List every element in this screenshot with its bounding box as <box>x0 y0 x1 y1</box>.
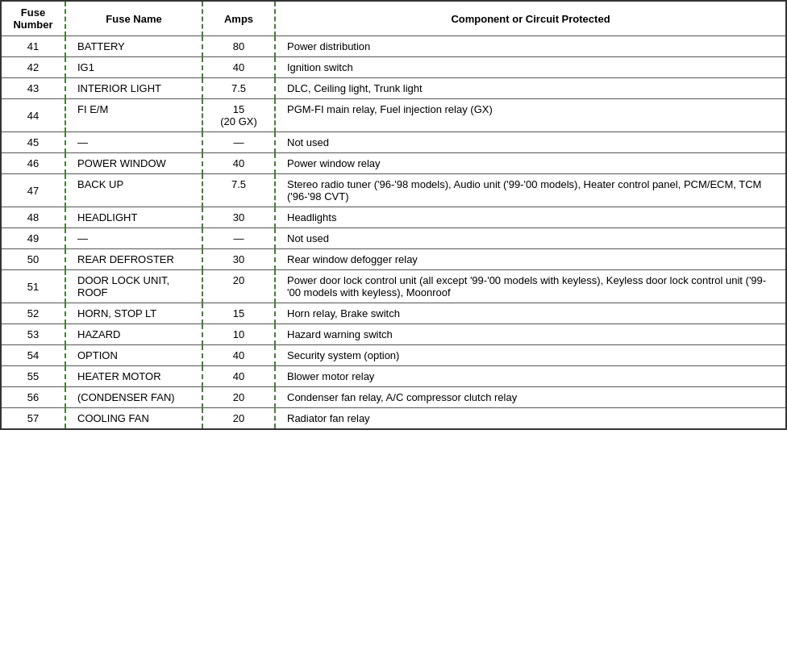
fuse-number-cell: 53 <box>1 324 65 345</box>
fuse-number-cell: 54 <box>1 345 65 366</box>
component-cell: Not used <box>275 132 786 153</box>
table-row: 54OPTION40Security system (option) <box>1 345 786 366</box>
component-cell: Blower motor relay <box>275 366 786 387</box>
table-row: 46POWER WINDOW40Power window relay <box>1 153 786 174</box>
fuse-number-cell: 52 <box>1 303 65 324</box>
amps-cell: 40 <box>202 153 275 174</box>
table-row: 43INTERIOR LIGHT7.5DLC, Ceiling light, T… <box>1 78 786 99</box>
fuse-number-cell: 44 <box>1 99 65 132</box>
fuse-name-cell: OPTION <box>65 345 202 366</box>
fuse-name-cell: IG1 <box>65 57 202 78</box>
component-cell: Condenser fan relay, A/C compressor clut… <box>275 387 786 408</box>
table-row: 49——Not used <box>1 228 786 249</box>
fuse-number-cell: 49 <box>1 228 65 249</box>
fuse-name-cell: HEADLIGHT <box>65 207 202 228</box>
table-header-row: FuseNumber Fuse Name Amps Component or C… <box>1 1 786 36</box>
component-cell: Power window relay <box>275 153 786 174</box>
component-cell: Radiator fan relay <box>275 408 786 430</box>
fuse-number-cell: 57 <box>1 408 65 430</box>
amps-cell: 40 <box>202 366 275 387</box>
fuse-name-cell: COOLING FAN <box>65 408 202 430</box>
amps-cell: 40 <box>202 57 275 78</box>
fuse-name-cell: HEATER MOTOR <box>65 366 202 387</box>
fuse-number-cell: 45 <box>1 132 65 153</box>
fuse-name-cell: — <box>65 228 202 249</box>
component-cell: DLC, Ceiling light, Trunk light <box>275 78 786 99</box>
header-component: Component or Circuit Protected <box>275 1 786 36</box>
amps-cell: 15(20 GX) <box>202 99 275 132</box>
component-cell: Ignition switch <box>275 57 786 78</box>
component-cell: PGM-FI main relay, Fuel injection relay … <box>275 99 786 132</box>
fuse-name-cell: DOOR LOCK UNIT,ROOF <box>65 270 202 303</box>
fuse-number-cell: 55 <box>1 366 65 387</box>
amps-cell: 7.5 <box>202 174 275 207</box>
amps-cell: 30 <box>202 249 275 270</box>
fuse-name-cell: — <box>65 132 202 153</box>
component-cell: Rear window defogger relay <box>275 249 786 270</box>
fuse-number-cell: 43 <box>1 78 65 99</box>
table-row: 51DOOR LOCK UNIT,ROOF20Power door lock c… <box>1 270 786 303</box>
amps-cell: — <box>202 228 275 249</box>
fuse-number-cell: 56 <box>1 387 65 408</box>
amps-cell: 10 <box>202 324 275 345</box>
fuse-number-cell: 50 <box>1 249 65 270</box>
component-cell: Not used <box>275 228 786 249</box>
fuse-table-container: FuseNumber Fuse Name Amps Component or C… <box>0 0 787 430</box>
component-cell: Stereo radio tuner ('96-'98 models), Aud… <box>275 174 786 207</box>
fuse-number-cell: 42 <box>1 57 65 78</box>
amps-cell: 7.5 <box>202 78 275 99</box>
amps-cell: 40 <box>202 345 275 366</box>
component-cell: Security system (option) <box>275 345 786 366</box>
fuse-name-cell: FI E/M <box>65 99 202 132</box>
table-row: 42IG140Ignition switch <box>1 57 786 78</box>
component-cell: Hazard warning switch <box>275 324 786 345</box>
amps-cell: 20 <box>202 408 275 430</box>
component-cell: Headlights <box>275 207 786 228</box>
table-row: 53HAZARD10Hazard warning switch <box>1 324 786 345</box>
table-row: 41BATTERY80Power distribution <box>1 36 786 57</box>
amps-cell: 15 <box>202 303 275 324</box>
table-row: 50REAR DEFROSTER30Rear window defogger r… <box>1 249 786 270</box>
amps-cell: — <box>202 132 275 153</box>
fuse-name-cell: POWER WINDOW <box>65 153 202 174</box>
fuse-name-cell: HAZARD <box>65 324 202 345</box>
amps-cell: 80 <box>202 36 275 57</box>
amps-cell: 20 <box>202 270 275 303</box>
component-cell: Horn relay, Brake switch <box>275 303 786 324</box>
fuse-number-cell: 41 <box>1 36 65 57</box>
fuse-table: FuseNumber Fuse Name Amps Component or C… <box>0 0 787 430</box>
fuse-number-cell: 51 <box>1 270 65 303</box>
fuse-name-cell: (CONDENSER FAN) <box>65 387 202 408</box>
table-row: 47BACK UP7.5Stereo radio tuner ('96-'98 … <box>1 174 786 207</box>
amps-cell: 30 <box>202 207 275 228</box>
table-row: 57COOLING FAN20Radiator fan relay <box>1 408 786 430</box>
header-fuse-name: Fuse Name <box>65 1 202 36</box>
table-row: 48HEADLIGHT30Headlights <box>1 207 786 228</box>
fuse-name-cell: BATTERY <box>65 36 202 57</box>
fuse-number-cell: 47 <box>1 174 65 207</box>
header-fuse-number: FuseNumber <box>1 1 65 36</box>
table-row: 56(CONDENSER FAN)20Condenser fan relay, … <box>1 387 786 408</box>
component-cell: Power door lock control unit (all except… <box>275 270 786 303</box>
table-row: 44FI E/M15(20 GX)PGM-FI main relay, Fuel… <box>1 99 786 132</box>
table-row: 55HEATER MOTOR40Blower motor relay <box>1 366 786 387</box>
fuse-name-cell: HORN, STOP LT <box>65 303 202 324</box>
component-cell: Power distribution <box>275 36 786 57</box>
fuse-name-cell: BACK UP <box>65 174 202 207</box>
fuse-name-cell: INTERIOR LIGHT <box>65 78 202 99</box>
table-row: 45——Not used <box>1 132 786 153</box>
table-row: 52HORN, STOP LT15Horn relay, Brake switc… <box>1 303 786 324</box>
header-amps: Amps <box>202 1 275 36</box>
fuse-number-cell: 46 <box>1 153 65 174</box>
amps-cell: 20 <box>202 387 275 408</box>
fuse-number-cell: 48 <box>1 207 65 228</box>
fuse-name-cell: REAR DEFROSTER <box>65 249 202 270</box>
